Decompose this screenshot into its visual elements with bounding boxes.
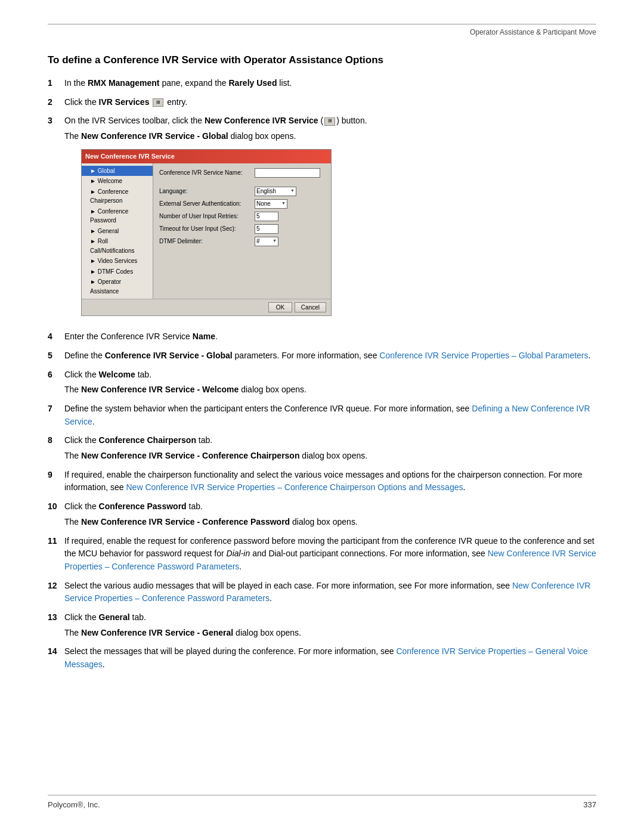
sidebar-general[interactable]: ► General: [82, 226, 153, 237]
new-conf-ivr-icon: ⊞: [324, 117, 335, 126]
page-footer: Polycom®, Inc. 337: [48, 795, 596, 809]
step-content-14: Select the messages that will be played …: [64, 645, 596, 671]
step-content-2: Click the IVR Services ⊞ entry.: [64, 96, 596, 109]
step-13-subtext: The New Conference IVR Service - General…: [64, 627, 596, 640]
form-row-name: Conference IVR Service Name:: [159, 168, 325, 178]
footer-right: 337: [583, 800, 596, 809]
link-general-voice[interactable]: Conference IVR Service Properties – Gene…: [64, 646, 588, 669]
step-number-2: 2: [48, 96, 64, 109]
ok-button[interactable]: OK: [268, 302, 292, 312]
sidebar-welcome[interactable]: ► Welcome: [82, 176, 153, 187]
step-content-11: If required, enable the request for conf…: [64, 535, 596, 574]
label-service-name: Conference IVR Service Name:: [159, 168, 255, 178]
step-content-12: Select the various audio messages that w…: [64, 580, 596, 605]
steps-list: 1 In the RMX Management pane, expand the…: [48, 77, 596, 671]
step-2: 2 Click the IVR Services ⊞ entry.: [48, 96, 596, 109]
sidebar-operator-assistance[interactable]: ► Operator Assistance: [82, 277, 153, 296]
label-retries: Number of User Input Retries:: [159, 212, 255, 221]
link-chairperson-options[interactable]: New Conference IVR Service Properties – …: [126, 482, 463, 492]
step-5: 5 Define the Conference IVR Service - Gl…: [48, 349, 596, 363]
page-container: Operator Assistance & Participant Move T…: [0, 0, 644, 713]
page-title: To define a Conference IVR Service with …: [48, 54, 596, 66]
link-conf-password-params[interactable]: New Conference IVR Service Properties – …: [64, 549, 596, 571]
step-number-5: 5: [48, 349, 64, 362]
step-number-4: 4: [48, 330, 64, 343]
step-content-8: Click the Conference Chairperson tab. Th…: [64, 434, 596, 462]
step-content-3: On the IVR Services toolbar, click the N…: [64, 114, 596, 324]
step-number-6: 6: [48, 368, 64, 381]
label-ext-auth: External Server Authentication:: [159, 199, 255, 209]
form-row-timeout: Timeout for User Input (Sec):: [159, 224, 325, 234]
label-dtmf: DTMF Delimiter:: [159, 237, 255, 246]
dialog-sidebar: ► Global ► Welcome ► Conference Chairper…: [82, 163, 153, 299]
label-timeout: Timeout for User Input (Sec):: [159, 224, 255, 234]
step-13: 13 Click the General tab. The New Confer…: [48, 611, 596, 639]
step-content-1: In the RMX Management pane, expand the R…: [64, 77, 596, 90]
step-4: 4 Enter the Conference IVR Service Name.: [48, 330, 596, 343]
step-8: 8 Click the Conference Chairperson tab. …: [48, 434, 596, 462]
link-global-params[interactable]: Conference IVR Service Properties – Glob…: [379, 351, 588, 360]
select-language[interactable]: English: [255, 187, 296, 196]
sidebar-dtmf-codes[interactable]: ► DTMF Codes: [82, 267, 153, 277]
sidebar-conference-chairperson[interactable]: ► Conference Chairperson: [82, 187, 153, 206]
input-retries[interactable]: [255, 212, 278, 221]
sidebar-video-services[interactable]: ► Video Services: [82, 256, 153, 267]
section-title: Operator Assistance & Participant Move: [470, 28, 596, 36]
select-ext-auth[interactable]: None: [255, 199, 287, 209]
form-row-retries: Number of User Input Retries:: [159, 212, 325, 221]
step-content-13: Click the General tab. The New Conferenc…: [64, 611, 596, 639]
step-3-subtext: The New Conference IVR Service - Global …: [64, 130, 596, 143]
step-6-subtext: The New Conference IVR Service - Welcome…: [64, 383, 596, 397]
step-number-10: 10: [48, 500, 64, 513]
sidebar-global[interactable]: ► Global: [82, 166, 153, 176]
step-number-7: 7: [48, 402, 64, 415]
cancel-button[interactable]: Cancel: [295, 302, 326, 312]
step-number-1: 1: [48, 77, 64, 89]
form-row-dtmf: DTMF Delimiter: #: [159, 237, 325, 246]
step-content-6: Click the Welcome tab. The New Conferenc…: [64, 368, 596, 397]
step-content-7: Define the system behavior when the part…: [64, 402, 596, 428]
sidebar-roll-call[interactable]: ► Roll Call/Notifications: [82, 236, 153, 256]
step-10-subtext: The New Conference IVR Service - Confere…: [64, 516, 596, 529]
select-dtmf[interactable]: #: [255, 237, 278, 246]
page-header: Operator Assistance & Participant Move: [48, 24, 596, 36]
step-content-5: Define the Conference IVR Service - Glob…: [64, 349, 596, 363]
step-number-3: 3: [48, 114, 64, 127]
step-number-14: 14: [48, 645, 64, 658]
form-row-ext-auth: External Server Authentication: None: [159, 199, 325, 209]
dialog-title: New Conference IVR Service: [85, 153, 175, 160]
step-number-8: 8: [48, 434, 64, 447]
step-content-9: If required, enable the chairperson func…: [64, 469, 596, 494]
step-number-11: 11: [48, 535, 64, 547]
dialog-body: ► Global ► Welcome ► Conference Chairper…: [82, 163, 331, 299]
step-12: 12 Select the various audio messages tha…: [48, 580, 596, 605]
sidebar-conference-password[interactable]: ► Conference Password: [82, 206, 153, 226]
step-number-13: 13: [48, 611, 64, 624]
step-7: 7 Define the system behavior when the pa…: [48, 402, 596, 428]
step-number-12: 12: [48, 580, 64, 592]
step-content-4: Enter the Conference IVR Service Name.: [64, 330, 596, 343]
step-8-subtext: The New Conference IVR Service - Confere…: [64, 450, 596, 463]
form-row-language: Language: English: [159, 187, 325, 196]
step-6: 6 Click the Welcome tab. The New Confere…: [48, 368, 596, 397]
label-language: Language:: [159, 187, 255, 196]
footer-left: Polycom®, Inc.: [48, 800, 100, 809]
step-3: 3 On the IVR Services toolbar, click the…: [48, 114, 596, 324]
dialog-titlebar: New Conference IVR Service: [82, 150, 331, 163]
dialog-main-form: Conference IVR Service Name: Language: E…: [153, 163, 331, 299]
link-conf-password-params-2[interactable]: New Conference IVR Service Properties – …: [64, 581, 590, 603]
link-defining-new[interactable]: Defining a New Conference IVR Service: [64, 404, 590, 426]
step-number-9: 9: [48, 469, 64, 481]
ivr-services-icon: ⊞: [153, 98, 163, 107]
dialog-screenshot: New Conference IVR Service ► Global ► We…: [81, 149, 332, 317]
input-service-name[interactable]: [255, 168, 320, 178]
input-timeout[interactable]: [255, 224, 278, 234]
step-11: 11 If required, enable the request for c…: [48, 535, 596, 574]
step-1: 1 In the RMX Management pane, expand the…: [48, 77, 596, 90]
step-10: 10 Click the Conference Password tab. Th…: [48, 500, 596, 528]
step-content-10: Click the Conference Password tab. The N…: [64, 500, 596, 528]
dialog-footer: OK Cancel: [82, 299, 331, 315]
step-14: 14 Select the messages that will be play…: [48, 645, 596, 671]
step-9: 9 If required, enable the chairperson fu…: [48, 469, 596, 494]
